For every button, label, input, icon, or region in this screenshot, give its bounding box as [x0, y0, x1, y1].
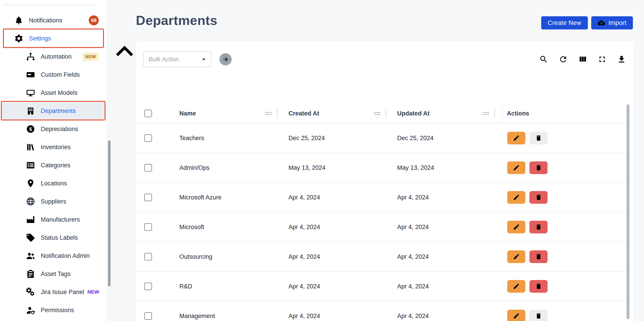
edit-button[interactable]: [507, 280, 525, 293]
cell-name: Management: [179, 312, 215, 320]
delete-button[interactable]: [530, 162, 548, 174]
delete-button[interactable]: [530, 191, 548, 204]
edit-button[interactable]: [507, 132, 525, 144]
sidebar-item-label: Permissions: [41, 307, 74, 314]
new-badge: NEW: [82, 52, 99, 61]
cloud-upload-icon: [598, 19, 605, 26]
sidebar-item-permissions[interactable]: Permissions: [0, 301, 107, 319]
table-scrollbar[interactable]: [626, 104, 630, 319]
table-row: Microsoft Azure Apr 4, 2024 Apr 4, 2024: [136, 183, 634, 212]
cell-created-at: May 13, 2024: [288, 164, 326, 171]
table-row: Teachers Dec 25, 2024 Dec 25, 2024: [136, 123, 634, 153]
sidebar-item-locations[interactable]: Locations: [0, 174, 107, 192]
sidebar-item-asset-tags[interactable]: Asset Tags: [0, 265, 107, 283]
sidebar-item-suppliers[interactable]: Suppliers: [0, 192, 107, 210]
row-checkbox[interactable]: [144, 312, 152, 320]
column-drag-handle[interactable]: [374, 111, 381, 116]
delete-trash-icon: [535, 283, 542, 290]
edit-pencil-icon: [513, 134, 520, 142]
delete-trash-icon: [535, 224, 542, 230]
edit-button[interactable]: [507, 310, 525, 321]
sidebar-item-custom-fields[interactable]: Custom Fields: [0, 66, 107, 84]
sidebar-item-inventories[interactable]: Inventories: [0, 138, 107, 156]
bell-icon: [14, 16, 24, 25]
sidebar-divider: [4, 5, 95, 5]
column-resize-handle[interactable]: [494, 109, 495, 118]
column-header-created-at[interactable]: Created At: [288, 110, 319, 117]
sidebar-item-label: Manufacturers: [41, 216, 80, 223]
jira-issue-panel-icon: [26, 287, 35, 297]
cell-updated-at: May 13, 2024: [397, 164, 434, 171]
delete-button[interactable]: [530, 132, 548, 144]
delete-button[interactable]: [530, 310, 548, 321]
edit-button[interactable]: [507, 221, 525, 234]
edit-button[interactable]: [507, 191, 525, 204]
table-toolbar: [539, 52, 626, 67]
row-checkbox[interactable]: [144, 194, 152, 201]
columns-icon[interactable]: [578, 55, 587, 64]
sidebar-item-label: Suppliers: [41, 198, 66, 205]
delete-button[interactable]: [530, 221, 548, 234]
sidebar-item-label: Status Labels: [41, 234, 78, 241]
column-header-name[interactable]: Name: [179, 110, 196, 117]
page-title: Departments: [136, 13, 218, 28]
sidebar-item-label: Locations: [41, 180, 67, 187]
departments-card: Bulk Action Rows per page 10 1-10 of 36 …: [136, 42, 634, 321]
cell-name: Outsourcing: [179, 253, 212, 260]
column-header-updated-at[interactable]: Updated At: [397, 110, 430, 117]
delete-button[interactable]: [530, 250, 548, 263]
cell-name: Teachers: [179, 134, 204, 142]
import-label: Import: [608, 19, 626, 26]
column-drag-handle[interactable]: [265, 111, 272, 116]
sidebar-item-jira-issue-panel[interactable]: Jira Issue Panel NEW: [0, 283, 107, 301]
gear-icon: [14, 34, 24, 43]
cell-name: Admin/Ops: [179, 164, 210, 171]
locations-icon: [26, 178, 35, 188]
sidebar-scrollbar[interactable]: [108, 140, 110, 286]
asset-tags-icon: [26, 269, 35, 279]
sidebar-item-depreciations[interactable]: Depreciations: [0, 120, 107, 138]
row-checkbox[interactable]: [144, 282, 152, 290]
cell-created-at: Dec 25, 2024: [288, 134, 325, 142]
bulk-action-submit-button[interactable]: [220, 53, 232, 66]
sidebar-item-manufacturers[interactable]: Manufacturers: [0, 210, 107, 229]
sidebar-item-label: Asset Models: [41, 90, 78, 96]
sidebar-item-label: Jira Issue Panel: [41, 289, 84, 296]
sidebar-item-settings[interactable]: Settings: [0, 30, 107, 48]
sidebar-item-label: Departments: [41, 108, 76, 114]
sidebar-item-label: Settings: [29, 35, 51, 42]
sidebar-item-asset-models[interactable]: Asset Models: [0, 84, 107, 102]
create-new-button[interactable]: Create New: [541, 16, 588, 30]
custom-fields-icon: [26, 70, 35, 80]
column-resize-handle[interactable]: [277, 109, 278, 118]
sidebar-item-categories[interactable]: Categories: [0, 156, 107, 174]
delete-trash-icon: [535, 253, 542, 260]
inventories-icon: [26, 142, 35, 152]
row-checkbox[interactable]: [144, 223, 152, 231]
edit-button[interactable]: [507, 162, 525, 174]
row-checkbox[interactable]: [144, 253, 152, 260]
fullscreen-icon[interactable]: [598, 55, 607, 64]
cell-created-at: Apr 4, 2024: [288, 283, 320, 290]
edit-button[interactable]: [507, 250, 525, 263]
sidebar-item-notifications[interactable]: Notifications 68: [0, 11, 107, 30]
select-all-checkbox[interactable]: [144, 110, 152, 117]
cell-name: R&D: [179, 283, 192, 290]
column-drag-handle[interactable]: [482, 111, 489, 116]
sidebar-item-departments[interactable]: Departments: [0, 102, 107, 120]
row-checkbox[interactable]: [144, 164, 152, 171]
cell-updated-at: Apr 4, 2024: [397, 253, 429, 260]
column-resize-handle[interactable]: [386, 109, 386, 118]
cell-name: Microsoft Azure: [179, 194, 222, 201]
refresh-icon[interactable]: [559, 55, 568, 64]
new-label: NEW: [88, 289, 99, 295]
edit-pencil-icon: [513, 253, 520, 260]
download-icon[interactable]: [617, 55, 626, 64]
delete-button[interactable]: [530, 280, 548, 293]
row-checkbox[interactable]: [144, 134, 152, 142]
sidebar-item-label: Asset Tags: [41, 270, 71, 278]
import-button[interactable]: Import: [591, 16, 633, 30]
sidebar-item-status-labels[interactable]: Status Labels: [0, 229, 107, 247]
search-icon[interactable]: [539, 55, 548, 64]
sidebar-item-notification-admin[interactable]: Notification Admin: [0, 247, 107, 265]
